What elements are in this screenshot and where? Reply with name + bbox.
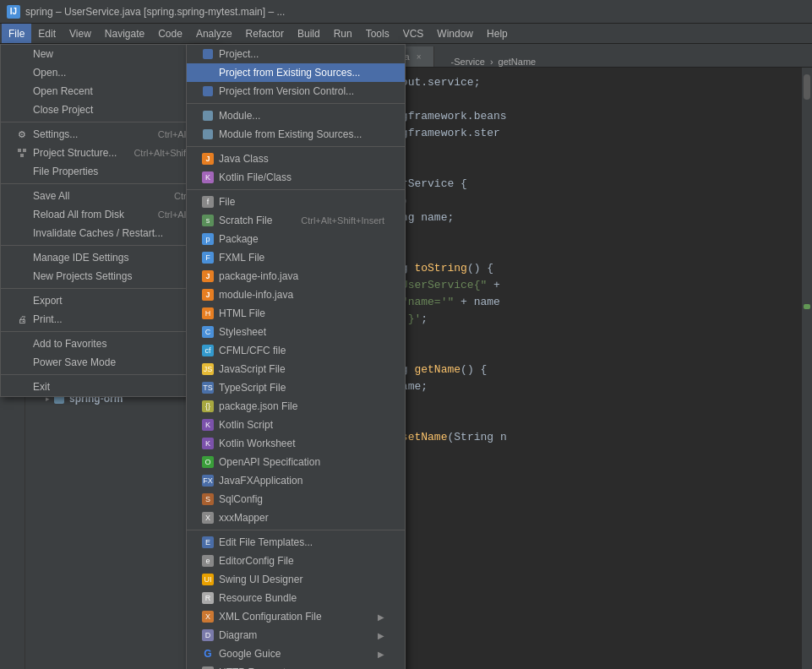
settings-label: Settings...	[33, 128, 78, 140]
menu-code[interactable]: Code	[151, 24, 189, 43]
edit-templates-label: Edit File Templates...	[219, 536, 313, 548]
scroll-marker-1	[804, 304, 810, 309]
submenu-kotlin-script[interactable]: K Kotlin Script	[187, 416, 405, 434]
menu-help[interactable]: Help	[480, 24, 515, 43]
submenu-openapi[interactable]: O OpenAPI Specification	[187, 453, 405, 471]
menu-file[interactable]: File	[2, 24, 31, 43]
submenu-cfml[interactable]: cf CFML/CFC file	[187, 341, 405, 360]
google-guice-icon: G	[200, 648, 215, 660]
resource-bundle-label: Resource Bundle	[219, 592, 297, 604]
submenu-sqlconfig[interactable]: S SqlConfig	[187, 490, 405, 509]
svg-rect-30	[203, 111, 213, 121]
menu-bar: File Edit View Navigate Code Analyze Ref…	[0, 24, 812, 44]
submenu-project-from-existing[interactable]: Project from Existing Sources...	[187, 63, 405, 82]
scratch-shortcut: Ctrl+Alt+Shift+Insert	[284, 215, 384, 226]
tab-close-reactive[interactable]: ×	[413, 51, 425, 63]
xxxmapper-icon: X	[200, 512, 215, 524]
submenu-resource-bundle[interactable]: R Resource Bundle	[187, 589, 405, 607]
menu-view[interactable]: View	[63, 24, 98, 43]
scratch-file-icon: s	[200, 215, 215, 226]
new-divider-1	[187, 103, 405, 104]
submenu-java-class[interactable]: J Java Class	[187, 150, 405, 168]
submenu-edit-templates[interactable]: E Edit File Templates...	[187, 533, 405, 552]
submenu-project-from-vcs[interactable]: Project from Version Control...	[187, 82, 405, 101]
submenu-fxml[interactable]: F FXML File	[187, 248, 405, 267]
submenu-typescript[interactable]: TS TypeScript File	[187, 378, 405, 397]
submenu-kotlin-file[interactable]: K Kotlin File/Class	[187, 168, 405, 187]
kotlin-file-label: Kotlin File/Class	[219, 171, 292, 183]
submenu-module-info[interactable]: J module-info.java	[187, 286, 405, 304]
submenu-file[interactable]: f File	[187, 193, 405, 211]
google-guice-label: Google Guice	[219, 648, 281, 660]
html-label: HTML File	[219, 307, 265, 319]
javafx-icon: FX	[200, 475, 215, 487]
menu-run[interactable]: Run	[327, 24, 359, 43]
module-from-existing-label: Module from Existing Sources...	[219, 128, 362, 140]
submenu-xml-config[interactable]: X XML Configuration File ▶	[187, 607, 405, 626]
menu-refactor[interactable]: Refactor	[239, 24, 291, 43]
submenu-editorconfig[interactable]: e EditorConfig File	[187, 552, 405, 570]
submenu-package-json[interactable]: {} package.json File	[187, 397, 405, 416]
scroll-thumb[interactable]	[804, 74, 810, 100]
menu-tools[interactable]: Tools	[359, 24, 396, 43]
open-label: Open...	[33, 67, 66, 79]
package-label: Package	[219, 233, 259, 245]
xml-config-icon: X	[200, 611, 215, 623]
html-icon: H	[200, 307, 215, 319]
submenu-package[interactable]: p Package	[187, 230, 405, 248]
submenu-javafx[interactable]: FX JavaFXApplication	[187, 471, 405, 490]
typescript-label: TypeScript File	[219, 382, 286, 394]
submenu-module-from-existing[interactable]: Module from Existing Sources...	[187, 125, 405, 144]
xxxmapper-label: xxxMapper	[219, 512, 269, 524]
module-existing-icon	[200, 128, 215, 140]
sqlconfig-icon: S	[200, 493, 215, 505]
openapi-icon: O	[200, 456, 215, 468]
submenu-stylesheet[interactable]: C Stylesheet	[187, 323, 405, 341]
svg-rect-29	[203, 86, 213, 96]
submenu-http-request[interactable]: H HTTP Request	[187, 663, 405, 669]
svg-rect-31	[203, 129, 213, 139]
svg-rect-24	[18, 149, 21, 152]
submenu-google-guice[interactable]: G Google Guice ▶	[187, 645, 405, 663]
typescript-icon: TS	[200, 382, 215, 394]
menu-navigate[interactable]: Navigate	[98, 24, 151, 43]
submenu-scratch-file[interactable]: s Scratch File Ctrl+Alt+Shift+Insert	[187, 211, 405, 230]
file-properties-label: File Properties	[33, 166, 98, 177]
scroll-gutter	[802, 68, 812, 669]
javascript-label: JavaScript File	[219, 363, 286, 375]
submenu-swing-ui[interactable]: UI Swing UI Designer	[187, 570, 405, 589]
project-structure-icon	[14, 148, 30, 158]
editorconfig-label: EditorConfig File	[219, 555, 294, 567]
submenu-html[interactable]: H HTML File	[187, 304, 405, 323]
diagram-icon: D	[200, 629, 215, 641]
print-label: Print...	[33, 313, 63, 325]
submenu-javascript[interactable]: JS JavaScript File	[187, 360, 405, 378]
file-label: File	[219, 196, 235, 208]
dropdown-container: New ▶ Open... Open Recent ▶ Close Projec…	[0, 44, 221, 397]
package-icon: p	[200, 233, 215, 245]
swing-ui-icon: UI	[200, 574, 215, 585]
submenu-project[interactable]: Project...	[187, 45, 405, 63]
submenu-module[interactable]: Module...	[187, 106, 405, 125]
submenu-diagram[interactable]: D Diagram ▶	[187, 626, 405, 645]
menu-edit[interactable]: Edit	[31, 24, 63, 43]
exit-label: Exit	[33, 381, 50, 393]
print-icon: 🖨	[14, 314, 30, 324]
menu-analyze[interactable]: Analyze	[189, 24, 239, 43]
openapi-label: OpenAPI Specification	[219, 456, 320, 468]
new-divider-2	[187, 146, 405, 147]
project-label: Project...	[219, 48, 259, 60]
manage-ide-label: Manage IDE Settings	[33, 252, 128, 264]
module-info-label: module-info.java	[219, 289, 293, 301]
submenu-xxxmapper[interactable]: X xxxMapper	[187, 509, 405, 527]
package-info-icon: J	[200, 270, 215, 282]
new-divider-3	[187, 189, 405, 190]
svg-rect-25	[23, 149, 26, 152]
java-class-icon: J	[200, 153, 215, 165]
submenu-kotlin-worksheet[interactable]: K Kotlin Worksheet	[187, 434, 405, 453]
add-favorites-label: Add to Favorites	[33, 338, 106, 350]
menu-vcs[interactable]: VCS	[396, 24, 431, 43]
menu-window[interactable]: Window	[430, 24, 480, 43]
menu-build[interactable]: Build	[291, 24, 327, 43]
submenu-package-info[interactable]: J package-info.java	[187, 267, 405, 286]
